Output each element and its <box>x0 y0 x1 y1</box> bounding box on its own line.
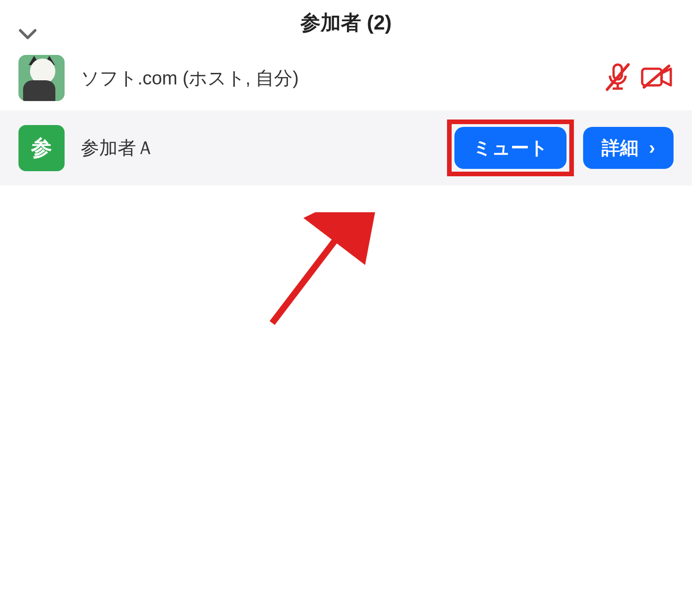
participants-header: 参加者 (2) <box>0 0 692 46</box>
mute-button[interactable]: ミュート <box>454 127 567 169</box>
annotation-highlight: ミュート <box>447 120 574 176</box>
camera-off-icon[interactable] <box>640 64 674 92</box>
annotation-arrow-icon <box>258 212 378 332</box>
details-button[interactable]: 詳細 › <box>583 127 674 169</box>
mic-muted-icon[interactable] <box>604 62 631 94</box>
avatar-letter: 参 <box>31 134 52 162</box>
participant-name: 参加者Ａ <box>81 135 447 161</box>
avatar <box>18 55 65 101</box>
participants-title: 参加者 (2) <box>300 9 392 36</box>
svg-line-7 <box>272 226 346 323</box>
collapse-chevron-icon[interactable] <box>18 23 37 44</box>
chevron-right-icon: › <box>644 138 655 158</box>
participant-row[interactable]: ソフト.com (ホスト, 自分) <box>0 46 692 110</box>
svg-rect-4 <box>642 69 662 85</box>
participant-name: ソフト.com (ホスト, 自分) <box>81 66 604 91</box>
details-button-label: 詳細 <box>602 138 638 158</box>
avatar: 参 <box>18 125 65 171</box>
participant-row[interactable]: 参 参加者Ａ ミュート 詳細 › <box>0 110 692 185</box>
